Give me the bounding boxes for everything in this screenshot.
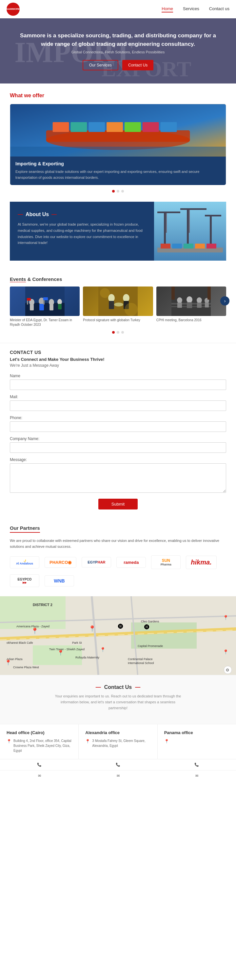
company-input[interactable]	[10, 442, 226, 453]
svg-rect-39	[43, 297, 48, 300]
company-label: Company Name:	[10, 436, 226, 441]
svg-point-47	[124, 303, 138, 316]
svg-point-46	[100, 288, 110, 298]
partner-rameda: rameda	[116, 557, 146, 568]
svg-point-55	[197, 297, 202, 303]
navigation: SAMMORE Home Services Contact us	[0, 0, 236, 18]
svg-rect-9	[161, 122, 177, 132]
phone-label: Phone:	[10, 415, 226, 420]
offer-card-desc: Explore seamless global trade solutions …	[15, 169, 221, 180]
name-input[interactable]	[10, 380, 226, 390]
svg-text:🅗: 🅗	[144, 624, 150, 630]
nav-services[interactable]: Services	[183, 6, 199, 13]
svg-rect-22	[172, 243, 182, 248]
offer-card: Importing & Exporting Explore seamless g…	[10, 104, 226, 185]
events-dot-1[interactable]	[112, 331, 115, 334]
phone-panama: 📞	[195, 763, 199, 767]
location-icon-panama: 📍	[164, 738, 169, 744]
partners-title: Our Partners	[10, 525, 40, 533]
hero-section: Sammore is a specialize sourcing, tradin…	[0, 18, 236, 83]
dot-3[interactable]	[121, 190, 124, 192]
hero-title: Sammore is a specialize sourcing, tradin…	[20, 32, 216, 48]
phone-field: Phone:	[10, 415, 226, 432]
office-panama-title: Panama office	[164, 730, 230, 735]
phone-icon-alexandria: 📞	[116, 763, 120, 767]
svg-rect-23	[183, 243, 193, 248]
svg-rect-14	[166, 213, 167, 233]
offer-body: Importing & Exporting Explore seamless g…	[10, 156, 226, 185]
event-caption-1: Minister of EDA Egypt, Dr. Tamer Essam i…	[10, 318, 80, 327]
map-placeholder[interactable]: DISTRICT 2 Americana Plaza - Zayed okhar…	[0, 596, 236, 675]
contact-form-section: CONTACT US Let's Connect and Make Your B…	[0, 343, 236, 519]
svg-rect-29	[30, 304, 34, 310]
event-card-1: Minister of EDA Egypt, Dr. Tamer Essam i…	[10, 286, 80, 327]
svg-text:📍: 📍	[223, 615, 229, 620]
email-contact-row: ✉ ✉ ✉	[0, 770, 236, 781]
partner-egypco: EGYPCO ▶▶	[10, 574, 39, 587]
event-card-3: CPHI meeting, Barcelona 2016	[156, 286, 226, 327]
partner-wnb: WNB	[45, 575, 74, 586]
dot-2[interactable]	[117, 190, 119, 192]
email-cairo: ✉	[38, 774, 41, 778]
offices-grid: Head office (Cairo) 📍 Building 4, 2nd Fl…	[0, 724, 236, 759]
office-cairo-title: Head office (Cairo)	[6, 730, 72, 735]
svg-rect-35	[58, 304, 62, 309]
svg-text:Continental Palace: Continental Palace	[128, 657, 153, 661]
footer-contact-desc: Your enquiries are important to us. Reac…	[53, 694, 183, 711]
event-image-1	[10, 286, 80, 316]
phone-cairo: 📞	[37, 763, 41, 767]
svg-rect-60	[207, 286, 211, 300]
mail-input[interactable]	[10, 401, 226, 411]
email-panama: ✉	[195, 774, 198, 778]
email-alexandria: ✉	[117, 774, 120, 778]
message-textarea[interactable]	[10, 463, 226, 493]
svg-rect-3	[53, 122, 69, 132]
partners-desc: We are proud to collaborate with esteeme…	[10, 538, 226, 549]
message-label: Message:	[10, 457, 226, 462]
contact-us-button[interactable]: Contact Us	[122, 60, 153, 70]
svg-text:📍: 📍	[57, 650, 64, 656]
our-services-button[interactable]: Our Services	[83, 60, 118, 70]
partner-hikma: hikma.	[186, 556, 216, 569]
events-dot-3[interactable]	[121, 331, 124, 334]
contact-form-subtitle: Let's Connect and Make Your Business Thr…	[10, 357, 226, 362]
events-next-button[interactable]: ›	[220, 296, 230, 305]
contact-form-title: CONTACT US	[10, 350, 226, 355]
contact-form-subdesc: We're Just a Message Away	[10, 363, 226, 368]
hero-content: Sammore is a specialize sourcing, tradin…	[20, 32, 216, 70]
office-cairo-addr: 📍 Building 4, 2nd Floor, office 354, Cap…	[6, 738, 72, 753]
event-card-2: Protocol signature with globalon Turkey	[83, 286, 153, 327]
events-dot-2[interactable]	[117, 331, 119, 334]
svg-rect-8	[143, 122, 159, 132]
submit-button[interactable]: Submit	[98, 499, 138, 509]
dot-1[interactable]	[112, 190, 115, 192]
hero-subtitle: Global Connections, Fresh Solutions, End…	[20, 50, 216, 54]
svg-rect-16	[180, 208, 206, 210]
svg-text:📍: 📍	[88, 625, 96, 632]
events-section: Events & Conferences	[0, 270, 236, 343]
nav-home[interactable]: Home	[162, 6, 173, 13]
svg-rect-6	[107, 122, 123, 132]
logo[interactable]: SAMMORE	[6, 3, 20, 16]
svg-rect-37	[27, 298, 31, 301]
email-icon-alexandria: ✉	[117, 774, 120, 778]
svg-rect-4	[70, 122, 87, 132]
svg-rect-21	[161, 243, 171, 248]
svg-rect-5	[88, 122, 105, 132]
message-field: Message:	[10, 457, 226, 494]
event-image-2	[83, 286, 153, 316]
map-section: DISTRICT 2 Americana Plaza - Zayed okhar…	[0, 596, 236, 675]
nav-contact[interactable]: Contact us	[209, 6, 230, 13]
svg-text:📍: 📍	[5, 659, 11, 666]
svg-rect-59	[171, 286, 175, 300]
partners-grid: 🌙 Al Andalous PHARCO◉ EGYPHAR rameda SUN…	[10, 555, 226, 587]
svg-text:📍: 📍	[31, 627, 39, 635]
carousel-dots	[10, 190, 226, 192]
about-section: About Us At Sammore, we're your global t…	[10, 202, 226, 261]
phone-input[interactable]	[10, 422, 226, 432]
partner-pharco: PHARCO◉	[45, 557, 77, 568]
svg-rect-25	[206, 243, 216, 248]
offer-section-title: What we offer	[10, 93, 226, 99]
footer-contact-title: Contact Us	[10, 684, 226, 690]
partner-sun: SUN Pharma	[151, 555, 180, 569]
